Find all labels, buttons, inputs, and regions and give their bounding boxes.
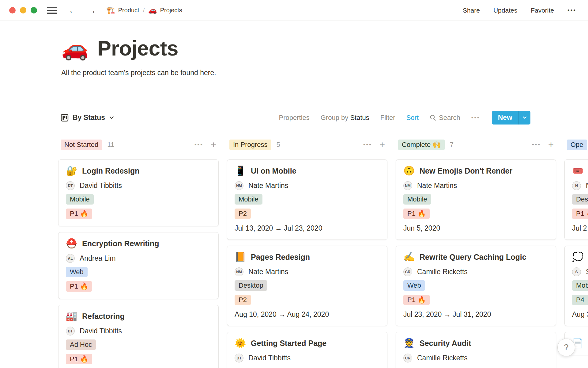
card-refactoring[interactable]: 🏭 Refactoring DT David Tibbitts Ad Hoc P…: [58, 305, 219, 368]
priority-tag: P1 🔥: [66, 209, 92, 219]
group-by-label: Group by: [321, 114, 349, 121]
favorite-button[interactable]: Favorite: [531, 7, 554, 14]
card-assignee: AL Andrea Lim: [66, 254, 211, 263]
column-more-icon[interactable]: •••: [532, 141, 541, 148]
column-open: Ope 🎟️ P N N Des P1 🔥 Jul 2 💭 C S S: [564, 139, 588, 355]
group-by-value: Status: [350, 114, 369, 121]
page-description[interactable]: All the product team's projects can be f…: [61, 69, 216, 77]
card-assignee: DT David Tibbitts: [235, 354, 380, 362]
platform-tag: Desktop: [235, 280, 267, 291]
sort-button[interactable]: Sort: [406, 114, 419, 122]
card-encryption-rewriting[interactable]: ⛑️ Encryption Rewriting AL Andrea Lim We…: [58, 232, 219, 299]
police-officer-icon: 👮: [403, 339, 415, 348]
card-new-emojis-dont-render[interactable]: 🙃 New Emojis Don't Render NM Nate Martin…: [396, 159, 556, 240]
new-button[interactable]: New: [492, 111, 530, 125]
card-title: UI on Mobile: [251, 167, 296, 175]
view-more-icon[interactable]: •••: [471, 114, 480, 121]
priority-tag: P1 🔥: [66, 281, 92, 292]
close-window-icon[interactable]: [9, 7, 16, 13]
card-title: Rewrite Query Caching Logic: [420, 253, 526, 262]
card-rewrite-query-caching-logic[interactable]: ✍️ Rewrite Query Caching Logic CR Camill…: [396, 246, 556, 326]
card-date-range: Jul 2: [572, 224, 588, 232]
sun-with-face-icon: 🌞: [235, 339, 246, 348]
priority-tag: P1 🔥: [572, 209, 588, 219]
avatar: N: [572, 181, 581, 190]
card-assignee: NM Nate Martins: [235, 267, 380, 276]
card-title: Pages Redesign: [251, 253, 310, 262]
column-not-started: Not Started 11 ••• + 🔐 Login Redesign DT…: [58, 139, 219, 368]
updates-button[interactable]: Updates: [493, 7, 517, 14]
card-ui-on-mobile[interactable]: 📱 UI on Mobile NM Nate Martins Mobile P2…: [227, 159, 387, 240]
breadcrumb-item-projects[interactable]: 🚗 Projects: [148, 6, 182, 14]
card-login-redesign[interactable]: 🔐 Login Redesign DT David Tibbitts Mobil…: [58, 159, 219, 226]
breadcrumb: 🏗️ Product / 🚗 Projects: [106, 6, 182, 14]
card-date-range: Jul 13, 2020 → Jul 23, 2020: [235, 224, 380, 232]
minimize-window-icon[interactable]: [20, 7, 26, 13]
card-title: New Emojis Don't Render: [420, 167, 512, 175]
thought-balloon-icon: 💭: [572, 252, 584, 262]
sidebar-toggle-icon[interactable]: [47, 7, 57, 14]
search-button[interactable]: Search: [430, 114, 460, 122]
avatar: NM: [235, 267, 243, 276]
card-date-range: Jul 23, 2020 → Jul 31, 2020: [403, 310, 548, 319]
platform-tag: Web: [403, 280, 425, 291]
card-title: Getting Started Page: [251, 339, 326, 348]
avatar: CR: [403, 267, 412, 276]
card-pages-redesign[interactable]: 📙 Pages Redesign NM Nate Martins Desktop…: [227, 246, 387, 326]
view-switcher[interactable]: By Status: [61, 113, 114, 122]
column-status-badge[interactable]: In Progress: [229, 140, 271, 150]
priority-tag: P1 🔥: [403, 209, 430, 219]
board-view-icon: [61, 114, 69, 122]
priority-tag: P1 🔥: [403, 295, 430, 305]
column-more-icon[interactable]: •••: [194, 141, 203, 148]
person-name: Andrea Lim: [80, 254, 116, 263]
card-assignee: N N: [572, 181, 588, 190]
column-status-badge[interactable]: Not Started: [61, 140, 102, 150]
avatar: AL: [66, 254, 75, 263]
card-security-audit[interactable]: 👮 Security Audit CR Camille Ricketts: [396, 332, 556, 368]
column-add-icon[interactable]: +: [548, 140, 554, 150]
page-icon-car[interactable]: 🚗: [61, 37, 89, 59]
column-status-badge[interactable]: Ope: [567, 140, 587, 150]
person-name: S: [586, 268, 588, 276]
kanban-board: Not Started 11 ••• + 🔐 Login Redesign DT…: [0, 139, 588, 368]
page-title[interactable]: Projects: [97, 36, 178, 60]
search-label: Search: [439, 114, 460, 122]
column-count: 5: [277, 141, 280, 149]
new-button-label[interactable]: New: [492, 111, 518, 125]
card-partial-1[interactable]: 🎟️ P N N Des P1 🔥 Jul 2: [564, 159, 588, 240]
avatar: DT: [66, 181, 75, 190]
view-toolbar: By Status Properties Group by Status Fil…: [61, 109, 530, 126]
new-dropdown-button[interactable]: [519, 111, 530, 125]
person-name: Nate Martins: [417, 182, 457, 190]
view-name: By Status: [73, 113, 105, 122]
page-more-icon[interactable]: •••: [567, 7, 576, 14]
column-add-icon[interactable]: +: [211, 140, 216, 150]
back-arrow-icon[interactable]: ←: [68, 6, 78, 15]
column-status-badge[interactable]: Complete 🙌: [398, 140, 445, 150]
help-button[interactable]: ?: [557, 339, 575, 356]
breadcrumb-separator: /: [143, 7, 145, 14]
forward-arrow-icon[interactable]: →: [87, 6, 96, 15]
chevron-down-icon: [109, 115, 114, 120]
column-add-icon[interactable]: +: [379, 140, 385, 150]
filter-button[interactable]: Filter: [380, 114, 395, 122]
group-by-button[interactable]: Group by Status: [321, 114, 369, 122]
card-getting-started-page[interactable]: 🌞 Getting Started Page DT David Tibbitts: [227, 332, 387, 368]
breadcrumb-item-product[interactable]: 🏗️ Product: [106, 6, 139, 14]
column-header: Ope: [564, 139, 588, 151]
avatar: DT: [235, 354, 243, 362]
zoom-window-icon[interactable]: [31, 7, 37, 13]
mobile-phone-icon: 📱: [235, 166, 246, 175]
column-in-progress: In Progress 5 ••• + 📱 UI on Mobile NM Na…: [227, 139, 387, 368]
card-assignee: NM Nate Martins: [235, 181, 380, 190]
column-more-icon[interactable]: •••: [363, 141, 372, 148]
card-date-range: Aug 10, 2020 → Aug 24, 2020: [235, 310, 380, 319]
window-topbar: ← → 🏗️ Product / 🚗 Projects Share Update…: [0, 0, 588, 21]
card-title: Encryption Rewriting: [82, 239, 159, 248]
share-button[interactable]: Share: [463, 7, 480, 14]
upside-down-face-icon: 🙃: [403, 166, 415, 175]
platform-tag: Mobile: [235, 194, 262, 205]
card-partial-2[interactable]: 💭 C S S Mob P4 Aug 3: [564, 246, 588, 326]
properties-button[interactable]: Properties: [279, 114, 309, 122]
